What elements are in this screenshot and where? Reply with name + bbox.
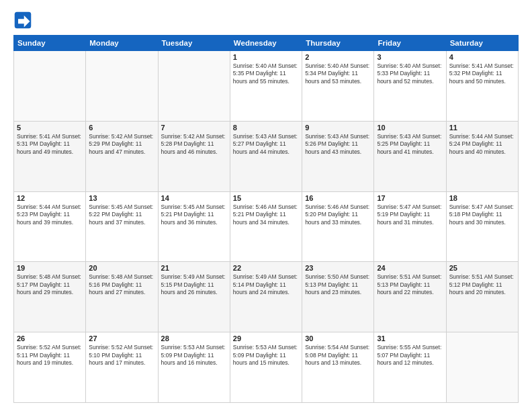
- day-info: Sunrise: 5:46 AM Sunset: 5:21 PM Dayligh…: [233, 203, 299, 226]
- day-cell: 3Sunrise: 5:40 AM Sunset: 5:33 PM Daylig…: [374, 51, 446, 122]
- day-number: 13: [89, 194, 154, 202]
- day-cell: 28Sunrise: 5:53 AM Sunset: 5:09 PM Dayli…: [158, 332, 230, 403]
- day-info: Sunrise: 5:40 AM Sunset: 5:34 PM Dayligh…: [305, 62, 371, 85]
- weekday-header-row: SundayMondayTuesdayWednesdayThursdayFrid…: [14, 36, 519, 51]
- day-info: Sunrise: 5:47 AM Sunset: 5:19 PM Dayligh…: [377, 203, 443, 226]
- day-cell: 27Sunrise: 5:52 AM Sunset: 5:10 PM Dayli…: [86, 332, 158, 403]
- weekday-header-sunday: Sunday: [14, 36, 86, 51]
- day-info: Sunrise: 5:53 AM Sunset: 5:09 PM Dayligh…: [161, 344, 227, 367]
- day-number: 31: [377, 334, 443, 342]
- weekday-header-saturday: Saturday: [446, 36, 518, 51]
- day-cell: 29Sunrise: 5:53 AM Sunset: 5:09 PM Dayli…: [230, 332, 302, 403]
- logo: [13, 11, 35, 30]
- day-number: 7: [161, 124, 227, 132]
- day-info: Sunrise: 5:43 AM Sunset: 5:25 PM Dayligh…: [377, 133, 443, 156]
- day-number: 4: [449, 53, 515, 61]
- day-cell: [86, 51, 158, 122]
- calendar-table: SundayMondayTuesdayWednesdayThursdayFrid…: [13, 35, 519, 403]
- day-number: 12: [17, 194, 83, 202]
- day-info: Sunrise: 5:51 AM Sunset: 5:12 PM Dayligh…: [449, 273, 515, 296]
- day-cell: 19Sunrise: 5:48 AM Sunset: 5:17 PM Dayli…: [14, 262, 86, 332]
- day-cell: 8Sunrise: 5:43 AM Sunset: 5:27 PM Daylig…: [230, 121, 302, 191]
- day-cell: 17Sunrise: 5:47 AM Sunset: 5:19 PM Dayli…: [374, 191, 446, 262]
- day-cell: 15Sunrise: 5:46 AM Sunset: 5:21 PM Dayli…: [230, 191, 302, 262]
- day-cell: 9Sunrise: 5:43 AM Sunset: 5:26 PM Daylig…: [302, 121, 374, 191]
- day-number: 25: [449, 264, 515, 272]
- day-cell: 22Sunrise: 5:49 AM Sunset: 5:14 PM Dayli…: [230, 262, 302, 332]
- day-info: Sunrise: 5:44 AM Sunset: 5:23 PM Dayligh…: [17, 203, 83, 226]
- day-number: 27: [89, 334, 154, 342]
- day-number: 14: [161, 194, 227, 202]
- day-info: Sunrise: 5:47 AM Sunset: 5:18 PM Dayligh…: [449, 203, 515, 226]
- day-number: 3: [377, 53, 443, 61]
- page: SundayMondayTuesdayWednesdayThursdayFrid…: [0, 0, 532, 411]
- day-info: Sunrise: 5:46 AM Sunset: 5:20 PM Dayligh…: [305, 203, 371, 226]
- day-info: Sunrise: 5:45 AM Sunset: 5:21 PM Dayligh…: [161, 203, 227, 226]
- day-cell: 18Sunrise: 5:47 AM Sunset: 5:18 PM Dayli…: [446, 191, 518, 262]
- week-row-4: 19Sunrise: 5:48 AM Sunset: 5:17 PM Dayli…: [14, 262, 519, 332]
- day-info: Sunrise: 5:42 AM Sunset: 5:29 PM Dayligh…: [89, 133, 154, 156]
- day-cell: [158, 51, 230, 122]
- day-number: 11: [449, 124, 515, 132]
- day-info: Sunrise: 5:48 AM Sunset: 5:17 PM Dayligh…: [17, 273, 83, 296]
- day-number: 2: [305, 53, 371, 61]
- day-cell: 12Sunrise: 5:44 AM Sunset: 5:23 PM Dayli…: [14, 191, 86, 262]
- day-number: 21: [161, 264, 227, 272]
- day-number: 28: [161, 334, 227, 342]
- day-cell: 21Sunrise: 5:49 AM Sunset: 5:15 PM Dayli…: [158, 262, 230, 332]
- day-cell: 20Sunrise: 5:48 AM Sunset: 5:16 PM Dayli…: [86, 262, 158, 332]
- day-number: 9: [305, 124, 371, 132]
- day-number: 15: [233, 194, 299, 202]
- day-info: Sunrise: 5:53 AM Sunset: 5:09 PM Dayligh…: [233, 344, 299, 367]
- day-cell: 1Sunrise: 5:40 AM Sunset: 5:35 PM Daylig…: [230, 51, 302, 122]
- weekday-header-wednesday: Wednesday: [230, 36, 302, 51]
- day-info: Sunrise: 5:41 AM Sunset: 5:31 PM Dayligh…: [17, 133, 83, 156]
- day-cell: 31Sunrise: 5:55 AM Sunset: 5:07 PM Dayli…: [374, 332, 446, 403]
- day-number: 18: [449, 194, 515, 202]
- week-row-3: 12Sunrise: 5:44 AM Sunset: 5:23 PM Dayli…: [14, 191, 519, 262]
- day-info: Sunrise: 5:49 AM Sunset: 5:15 PM Dayligh…: [161, 273, 227, 296]
- day-number: 5: [17, 124, 83, 132]
- day-cell: [14, 51, 86, 122]
- day-number: 26: [17, 334, 83, 342]
- day-info: Sunrise: 5:42 AM Sunset: 5:28 PM Dayligh…: [161, 133, 227, 156]
- header: [13, 11, 519, 30]
- day-cell: 7Sunrise: 5:42 AM Sunset: 5:28 PM Daylig…: [158, 121, 230, 191]
- day-cell: 2Sunrise: 5:40 AM Sunset: 5:34 PM Daylig…: [302, 51, 374, 122]
- day-info: Sunrise: 5:50 AM Sunset: 5:13 PM Dayligh…: [305, 273, 371, 296]
- weekday-header-thursday: Thursday: [302, 36, 374, 51]
- day-info: Sunrise: 5:43 AM Sunset: 5:27 PM Dayligh…: [233, 133, 299, 156]
- day-cell: 5Sunrise: 5:41 AM Sunset: 5:31 PM Daylig…: [14, 121, 86, 191]
- day-cell: 30Sunrise: 5:54 AM Sunset: 5:08 PM Dayli…: [302, 332, 374, 403]
- day-info: Sunrise: 5:51 AM Sunset: 5:13 PM Dayligh…: [377, 273, 443, 296]
- day-cell: 24Sunrise: 5:51 AM Sunset: 5:13 PM Dayli…: [374, 262, 446, 332]
- day-number: 16: [305, 194, 371, 202]
- logo-icon: [13, 11, 32, 30]
- day-info: Sunrise: 5:43 AM Sunset: 5:26 PM Dayligh…: [305, 133, 371, 156]
- day-number: 10: [377, 124, 443, 132]
- week-row-1: 1Sunrise: 5:40 AM Sunset: 5:35 PM Daylig…: [14, 51, 519, 122]
- day-cell: 6Sunrise: 5:42 AM Sunset: 5:29 PM Daylig…: [86, 121, 158, 191]
- day-info: Sunrise: 5:40 AM Sunset: 5:35 PM Dayligh…: [233, 62, 299, 85]
- day-info: Sunrise: 5:45 AM Sunset: 5:22 PM Dayligh…: [89, 203, 154, 226]
- day-cell: 10Sunrise: 5:43 AM Sunset: 5:25 PM Dayli…: [374, 121, 446, 191]
- day-cell: 23Sunrise: 5:50 AM Sunset: 5:13 PM Dayli…: [302, 262, 374, 332]
- day-number: 1: [233, 53, 299, 61]
- weekday-header-friday: Friday: [374, 36, 446, 51]
- day-number: 19: [17, 264, 83, 272]
- day-cell: 4Sunrise: 5:41 AM Sunset: 5:32 PM Daylig…: [446, 51, 518, 122]
- day-info: Sunrise: 5:52 AM Sunset: 5:10 PM Dayligh…: [89, 344, 154, 367]
- day-cell: 26Sunrise: 5:52 AM Sunset: 5:11 PM Dayli…: [14, 332, 86, 403]
- week-row-5: 26Sunrise: 5:52 AM Sunset: 5:11 PM Dayli…: [14, 332, 519, 403]
- day-number: 23: [305, 264, 371, 272]
- day-number: 29: [233, 334, 299, 342]
- day-number: 24: [377, 264, 443, 272]
- day-info: Sunrise: 5:48 AM Sunset: 5:16 PM Dayligh…: [89, 273, 154, 296]
- day-cell: [446, 332, 518, 403]
- day-info: Sunrise: 5:52 AM Sunset: 5:11 PM Dayligh…: [17, 344, 83, 367]
- day-info: Sunrise: 5:41 AM Sunset: 5:32 PM Dayligh…: [449, 62, 515, 85]
- day-number: 22: [233, 264, 299, 272]
- day-number: 6: [89, 124, 154, 132]
- day-cell: 13Sunrise: 5:45 AM Sunset: 5:22 PM Dayli…: [86, 191, 158, 262]
- day-info: Sunrise: 5:44 AM Sunset: 5:24 PM Dayligh…: [449, 133, 515, 156]
